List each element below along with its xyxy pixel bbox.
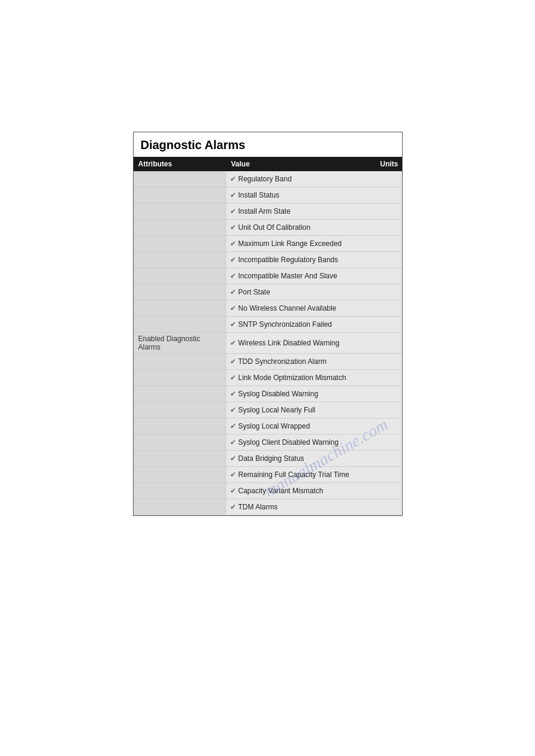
checkbox-icon: ✔: [230, 454, 236, 463]
attribute-cell: [134, 252, 226, 268]
item-label: Data Bridging Status: [238, 454, 304, 463]
item-label: Syslog Local Nearly Full: [238, 406, 316, 414]
value-cell: ✔No Wireless Channel Available: [226, 300, 376, 317]
item-label: Link Mode Optimization Mismatch: [238, 374, 346, 382]
table-row: ✔TDM Alarms: [134, 499, 402, 515]
value-cell: ✔TDM Alarms: [226, 499, 376, 515]
units-cell: [376, 418, 402, 435]
item-label: TDM Alarms: [238, 503, 278, 511]
table-row: ✔Syslog Local Wrapped: [134, 418, 402, 435]
attribute-cell: [134, 171, 226, 187]
attribute-cell: [134, 220, 226, 236]
value-cell: ✔Install Arm State: [226, 204, 376, 220]
units-cell: [376, 284, 402, 300]
value-cell: ✔Unit Out Of Calibration: [226, 220, 376, 236]
item-label: TDD Synchronization Alarm: [238, 357, 327, 366]
value-cell: ✔Port State: [226, 284, 376, 300]
table-row: ✔SNTP Synchronization Failed: [134, 317, 402, 333]
item-label: Maximum Link Range Exceeded: [238, 239, 342, 248]
units-cell: [376, 204, 402, 220]
value-cell: ✔Remaining Full Capacity Trial Time: [226, 467, 376, 483]
value-header: Value: [226, 157, 376, 171]
units-cell: [376, 171, 402, 187]
attribute-cell: [134, 386, 226, 402]
table-row: ✔Port State: [134, 284, 402, 300]
units-cell: [376, 333, 402, 354]
panel-title: Diagnostic Alarms: [134, 132, 402, 157]
diagnostic-alarms-table: Attributes Value Units ✔Regulatory Band✔…: [134, 157, 402, 515]
checkbox-icon: ✔: [230, 304, 236, 312]
checkbox-icon: ✔: [230, 207, 236, 215]
table-row: ✔Syslog Disabled Warning: [134, 386, 402, 402]
units-cell: [376, 354, 402, 370]
attribute-cell: [134, 467, 226, 483]
table-row: ✔TDD Synchronization Alarm: [134, 354, 402, 370]
checkbox-icon: ✔: [230, 390, 236, 398]
item-label: No Wireless Channel Available: [238, 304, 337, 312]
item-label: Syslog Local Wrapped: [238, 422, 310, 430]
attribute-cell: [134, 451, 226, 467]
item-label: Incompatible Master And Slave: [238, 272, 337, 280]
value-cell: ✔SNTP Synchronization Failed: [226, 317, 376, 333]
attributes-header: Attributes: [134, 157, 226, 171]
attribute-cell: [134, 236, 226, 252]
diagnostic-alarms-panel: Diagnostic Alarms Attributes Value Units…: [133, 132, 403, 516]
table-row: ✔Unit Out Of Calibration: [134, 220, 402, 236]
item-label: Capacity Variant Mismatch: [238, 487, 324, 495]
attribute-cell: [134, 268, 226, 284]
checkbox-icon: ✔: [230, 487, 236, 495]
checkbox-icon: ✔: [230, 223, 236, 232]
attribute-cell: [134, 187, 226, 204]
value-cell: ✔Data Bridging Status: [226, 451, 376, 467]
item-label: Unit Out Of Calibration: [238, 223, 311, 232]
units-cell: [376, 268, 402, 284]
attribute-cell: [134, 317, 226, 333]
value-cell: ✔Capacity Variant Mismatch: [226, 483, 376, 499]
units-cell: [376, 187, 402, 204]
checkbox-icon: ✔: [230, 374, 236, 382]
attribute-cell: Enabled Diagnostic Alarms: [134, 333, 226, 354]
item-label: Install Arm State: [238, 207, 291, 215]
units-cell: [376, 386, 402, 402]
table-row: ✔Link Mode Optimization Mismatch: [134, 370, 402, 386]
checkbox-icon: ✔: [230, 503, 236, 511]
item-label: Install Status: [238, 191, 280, 199]
units-cell: [376, 317, 402, 333]
checkbox-icon: ✔: [230, 175, 236, 183]
checkbox-icon: ✔: [230, 470, 236, 479]
item-label: Syslog Disabled Warning: [238, 390, 319, 398]
item-label: SNTP Synchronization Failed: [238, 320, 333, 329]
attribute-cell: [134, 204, 226, 220]
item-label: Wireless Link Disabled Warning: [238, 339, 340, 347]
checkbox-icon: ✔: [230, 438, 236, 447]
checkbox-icon: ✔: [230, 339, 236, 347]
item-label: Regulatory Band: [238, 175, 292, 183]
units-cell: [376, 402, 402, 418]
table-row: ✔No Wireless Channel Available: [134, 300, 402, 317]
value-cell: ✔Syslog Local Wrapped: [226, 418, 376, 435]
value-cell: ✔Wireless Link Disabled Warning: [226, 333, 376, 354]
item-label: Remaining Full Capacity Trial Time: [238, 470, 349, 479]
units-cell: [376, 483, 402, 499]
table-row: ✔Syslog Local Nearly Full: [134, 402, 402, 418]
attribute-cell: [134, 300, 226, 317]
table-row: Enabled Diagnostic Alarms✔Wireless Link …: [134, 333, 402, 354]
value-cell: ✔Link Mode Optimization Mismatch: [226, 370, 376, 386]
units-cell: [376, 220, 402, 236]
table-row: ✔Maximum Link Range Exceeded: [134, 236, 402, 252]
attribute-cell: [134, 435, 226, 451]
table-row: ✔Capacity Variant Mismatch: [134, 483, 402, 499]
attribute-cell: [134, 284, 226, 300]
attribute-cell: [134, 483, 226, 499]
table-row: ✔Install Status: [134, 187, 402, 204]
units-cell: [376, 370, 402, 386]
value-cell: ✔Incompatible Master And Slave: [226, 268, 376, 284]
checkbox-icon: ✔: [230, 320, 236, 329]
checkbox-icon: ✔: [230, 191, 236, 199]
units-header: Units: [376, 157, 402, 171]
attribute-cell: [134, 418, 226, 435]
units-cell: [376, 467, 402, 483]
attribute-cell: [134, 370, 226, 386]
checkbox-icon: ✔: [230, 357, 236, 366]
checkbox-icon: ✔: [230, 256, 236, 264]
